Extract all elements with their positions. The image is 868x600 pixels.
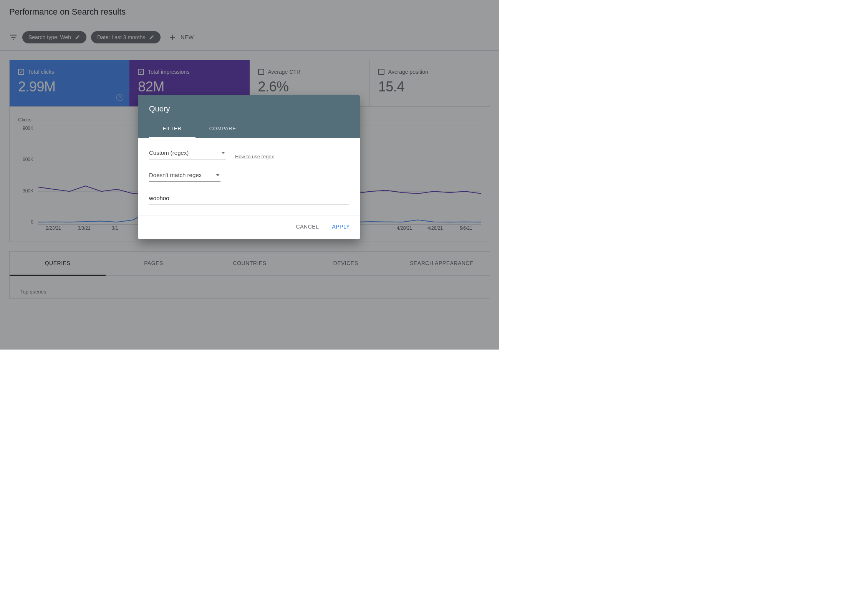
select-match-mode[interactable]: Doesn't match regex	[149, 169, 220, 182]
select-filter-mode[interactable]: Custom (regex)	[149, 147, 226, 159]
dialog-title: Query	[149, 104, 349, 113]
query-dialog: Query FILTER COMPARE Custom (regex) How …	[138, 95, 360, 239]
page-root: Performance on Search results Search typ…	[0, 0, 499, 350]
select-match-mode-value: Doesn't match regex	[149, 172, 202, 178]
dialog-tab-filter[interactable]: FILTER	[149, 120, 195, 138]
apply-button[interactable]: APPLY	[330, 221, 351, 232]
select-filter-mode-value: Custom (regex)	[149, 149, 189, 156]
chevron-down-icon	[221, 152, 225, 154]
query-regex-input[interactable]	[149, 192, 349, 205]
dialog-tab-compare[interactable]: COMPARE	[195, 120, 250, 138]
link-how-to-use-regex[interactable]: How to use regex	[235, 154, 274, 159]
dialog-body: Custom (regex) How to use regex Doesn't …	[138, 138, 360, 215]
cancel-button[interactable]: CANCEL	[295, 221, 321, 232]
dialog-actions: CANCEL APPLY	[138, 215, 360, 239]
chevron-down-icon	[216, 174, 220, 176]
dialog-tabs: FILTER COMPARE	[149, 120, 349, 138]
dialog-header: Query FILTER COMPARE	[138, 95, 360, 138]
